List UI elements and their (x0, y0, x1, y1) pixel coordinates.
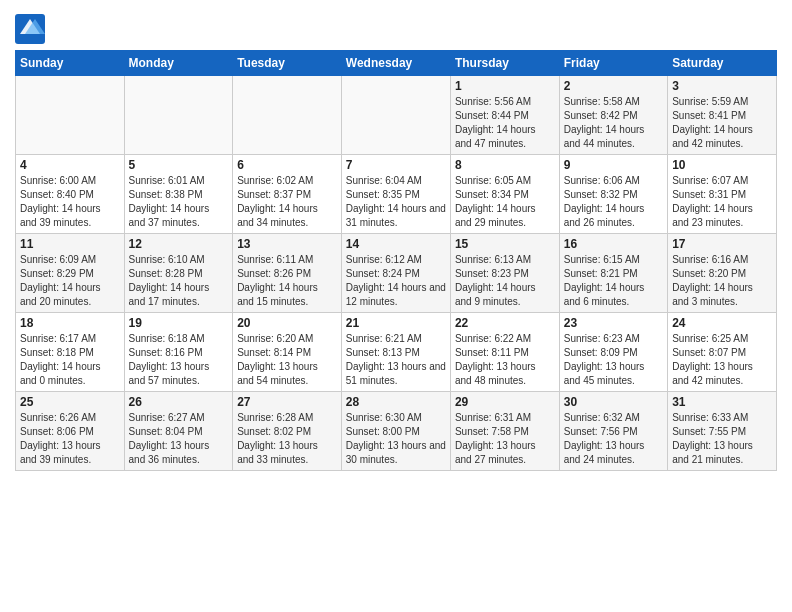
logo (15, 14, 49, 44)
day-number: 22 (455, 316, 555, 330)
day-detail: Sunrise: 6:23 AM Sunset: 8:09 PM Dayligh… (564, 332, 663, 388)
day-header-saturday: Saturday (668, 51, 777, 76)
day-detail: Sunrise: 6:02 AM Sunset: 8:37 PM Dayligh… (237, 174, 337, 230)
day-detail: Sunrise: 6:27 AM Sunset: 8:04 PM Dayligh… (129, 411, 229, 467)
day-number: 4 (20, 158, 120, 172)
day-number: 19 (129, 316, 229, 330)
week-row-2: 4Sunrise: 6:00 AM Sunset: 8:40 PM Daylig… (16, 155, 777, 234)
day-header-sunday: Sunday (16, 51, 125, 76)
day-cell: 27Sunrise: 6:28 AM Sunset: 8:02 PM Dayli… (233, 392, 342, 471)
day-cell (124, 76, 233, 155)
day-detail: Sunrise: 6:00 AM Sunset: 8:40 PM Dayligh… (20, 174, 120, 230)
day-number: 1 (455, 79, 555, 93)
day-detail: Sunrise: 6:22 AM Sunset: 8:11 PM Dayligh… (455, 332, 555, 388)
day-number: 14 (346, 237, 446, 251)
day-number: 28 (346, 395, 446, 409)
day-number: 24 (672, 316, 772, 330)
day-number: 10 (672, 158, 772, 172)
day-detail: Sunrise: 6:17 AM Sunset: 8:18 PM Dayligh… (20, 332, 120, 388)
day-cell: 30Sunrise: 6:32 AM Sunset: 7:56 PM Dayli… (559, 392, 667, 471)
week-row-3: 11Sunrise: 6:09 AM Sunset: 8:29 PM Dayli… (16, 234, 777, 313)
day-number: 9 (564, 158, 663, 172)
week-row-5: 25Sunrise: 6:26 AM Sunset: 8:06 PM Dayli… (16, 392, 777, 471)
day-detail: Sunrise: 6:12 AM Sunset: 8:24 PM Dayligh… (346, 253, 446, 309)
day-detail: Sunrise: 6:16 AM Sunset: 8:20 PM Dayligh… (672, 253, 772, 309)
day-cell: 14Sunrise: 6:12 AM Sunset: 8:24 PM Dayli… (341, 234, 450, 313)
day-cell: 25Sunrise: 6:26 AM Sunset: 8:06 PM Dayli… (16, 392, 125, 471)
day-detail: Sunrise: 6:31 AM Sunset: 7:58 PM Dayligh… (455, 411, 555, 467)
day-number: 15 (455, 237, 555, 251)
day-number: 31 (672, 395, 772, 409)
day-header-tuesday: Tuesday (233, 51, 342, 76)
logo-icon (15, 14, 45, 44)
day-detail: Sunrise: 6:28 AM Sunset: 8:02 PM Dayligh… (237, 411, 337, 467)
day-header-monday: Monday (124, 51, 233, 76)
day-cell: 20Sunrise: 6:20 AM Sunset: 8:14 PM Dayli… (233, 313, 342, 392)
day-number: 3 (672, 79, 772, 93)
day-detail: Sunrise: 5:59 AM Sunset: 8:41 PM Dayligh… (672, 95, 772, 151)
day-cell: 9Sunrise: 6:06 AM Sunset: 8:32 PM Daylig… (559, 155, 667, 234)
day-detail: Sunrise: 6:09 AM Sunset: 8:29 PM Dayligh… (20, 253, 120, 309)
day-number: 7 (346, 158, 446, 172)
day-cell (16, 76, 125, 155)
day-number: 25 (20, 395, 120, 409)
day-number: 18 (20, 316, 120, 330)
calendar-table: SundayMondayTuesdayWednesdayThursdayFrid… (15, 50, 777, 471)
day-cell (233, 76, 342, 155)
day-cell: 12Sunrise: 6:10 AM Sunset: 8:28 PM Dayli… (124, 234, 233, 313)
day-number: 29 (455, 395, 555, 409)
day-detail: Sunrise: 6:18 AM Sunset: 8:16 PM Dayligh… (129, 332, 229, 388)
day-header-wednesday: Wednesday (341, 51, 450, 76)
day-number: 26 (129, 395, 229, 409)
day-cell: 26Sunrise: 6:27 AM Sunset: 8:04 PM Dayli… (124, 392, 233, 471)
day-cell: 13Sunrise: 6:11 AM Sunset: 8:26 PM Dayli… (233, 234, 342, 313)
day-number: 6 (237, 158, 337, 172)
day-cell: 28Sunrise: 6:30 AM Sunset: 8:00 PM Dayli… (341, 392, 450, 471)
day-number: 16 (564, 237, 663, 251)
day-cell: 2Sunrise: 5:58 AM Sunset: 8:42 PM Daylig… (559, 76, 667, 155)
day-cell: 31Sunrise: 6:33 AM Sunset: 7:55 PM Dayli… (668, 392, 777, 471)
day-detail: Sunrise: 6:05 AM Sunset: 8:34 PM Dayligh… (455, 174, 555, 230)
week-row-4: 18Sunrise: 6:17 AM Sunset: 8:18 PM Dayli… (16, 313, 777, 392)
day-cell: 29Sunrise: 6:31 AM Sunset: 7:58 PM Dayli… (450, 392, 559, 471)
day-cell (341, 76, 450, 155)
day-number: 21 (346, 316, 446, 330)
day-number: 17 (672, 237, 772, 251)
day-number: 30 (564, 395, 663, 409)
week-row-1: 1Sunrise: 5:56 AM Sunset: 8:44 PM Daylig… (16, 76, 777, 155)
day-cell: 21Sunrise: 6:21 AM Sunset: 8:13 PM Dayli… (341, 313, 450, 392)
day-detail: Sunrise: 6:33 AM Sunset: 7:55 PM Dayligh… (672, 411, 772, 467)
day-cell: 17Sunrise: 6:16 AM Sunset: 8:20 PM Dayli… (668, 234, 777, 313)
day-detail: Sunrise: 6:26 AM Sunset: 8:06 PM Dayligh… (20, 411, 120, 467)
day-detail: Sunrise: 6:01 AM Sunset: 8:38 PM Dayligh… (129, 174, 229, 230)
day-cell: 8Sunrise: 6:05 AM Sunset: 8:34 PM Daylig… (450, 155, 559, 234)
day-cell: 6Sunrise: 6:02 AM Sunset: 8:37 PM Daylig… (233, 155, 342, 234)
day-cell: 5Sunrise: 6:01 AM Sunset: 8:38 PM Daylig… (124, 155, 233, 234)
day-header-thursday: Thursday (450, 51, 559, 76)
day-cell: 18Sunrise: 6:17 AM Sunset: 8:18 PM Dayli… (16, 313, 125, 392)
day-detail: Sunrise: 6:04 AM Sunset: 8:35 PM Dayligh… (346, 174, 446, 230)
day-cell: 3Sunrise: 5:59 AM Sunset: 8:41 PM Daylig… (668, 76, 777, 155)
day-number: 2 (564, 79, 663, 93)
day-detail: Sunrise: 6:21 AM Sunset: 8:13 PM Dayligh… (346, 332, 446, 388)
calendar-header: SundayMondayTuesdayWednesdayThursdayFrid… (16, 51, 777, 76)
calendar-body: 1Sunrise: 5:56 AM Sunset: 8:44 PM Daylig… (16, 76, 777, 471)
day-detail: Sunrise: 5:56 AM Sunset: 8:44 PM Dayligh… (455, 95, 555, 151)
day-detail: Sunrise: 6:25 AM Sunset: 8:07 PM Dayligh… (672, 332, 772, 388)
day-number: 13 (237, 237, 337, 251)
day-detail: Sunrise: 6:07 AM Sunset: 8:31 PM Dayligh… (672, 174, 772, 230)
day-number: 20 (237, 316, 337, 330)
day-detail: Sunrise: 6:32 AM Sunset: 7:56 PM Dayligh… (564, 411, 663, 467)
day-detail: Sunrise: 5:58 AM Sunset: 8:42 PM Dayligh… (564, 95, 663, 151)
days-of-week-row: SundayMondayTuesdayWednesdayThursdayFrid… (16, 51, 777, 76)
day-number: 23 (564, 316, 663, 330)
day-cell: 15Sunrise: 6:13 AM Sunset: 8:23 PM Dayli… (450, 234, 559, 313)
day-detail: Sunrise: 6:15 AM Sunset: 8:21 PM Dayligh… (564, 253, 663, 309)
day-cell: 22Sunrise: 6:22 AM Sunset: 8:11 PM Dayli… (450, 313, 559, 392)
day-cell: 1Sunrise: 5:56 AM Sunset: 8:44 PM Daylig… (450, 76, 559, 155)
day-detail: Sunrise: 6:11 AM Sunset: 8:26 PM Dayligh… (237, 253, 337, 309)
day-number: 12 (129, 237, 229, 251)
day-number: 27 (237, 395, 337, 409)
day-cell: 7Sunrise: 6:04 AM Sunset: 8:35 PM Daylig… (341, 155, 450, 234)
day-detail: Sunrise: 6:13 AM Sunset: 8:23 PM Dayligh… (455, 253, 555, 309)
